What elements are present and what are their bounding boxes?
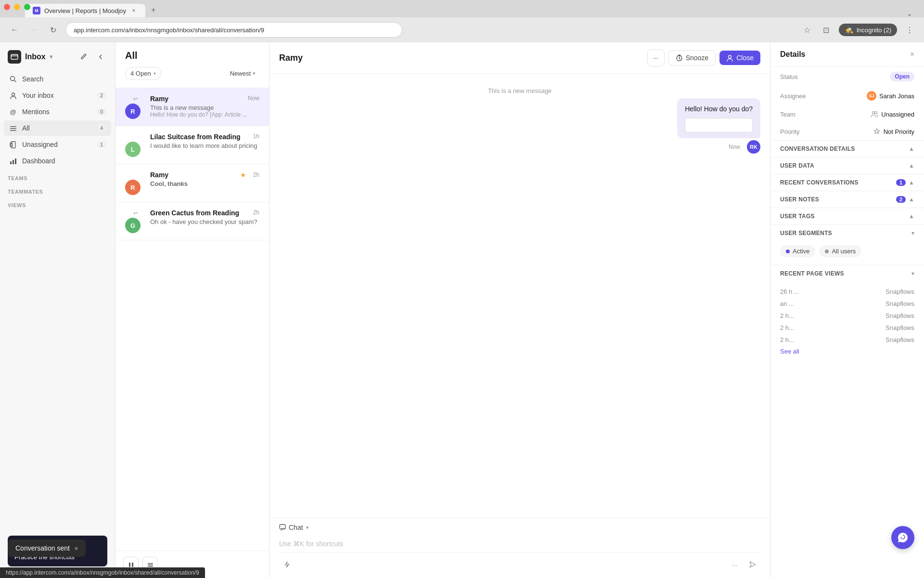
section-user-data-label: USER DATA: [780, 162, 814, 169]
conversation-item-2[interactable]: ↩ L Lilac Suitcase from Reading 1h I wou…: [116, 126, 269, 164]
sidebar-item-unassigned[interactable]: Unassigned 1: [4, 137, 111, 152]
section-recent-page-views[interactable]: RECENT PAGE VIEWS ▾: [770, 265, 924, 282]
page-view-time-2: an ...: [780, 300, 794, 307]
close-conversation-button[interactable]: Close: [719, 51, 760, 65]
back-button[interactable]: ←: [8, 23, 21, 37]
user-segments-chevron: ▾: [911, 230, 914, 236]
sidebar-unassigned-label: Unassigned: [22, 141, 92, 148]
new-tab-button[interactable]: +: [145, 3, 161, 17]
svg-point-17: [729, 55, 732, 58]
collapse-sidebar-button[interactable]: [94, 50, 107, 64]
sort-button[interactable]: Newest ▾: [226, 67, 259, 79]
conv-time-2: 1h: [253, 133, 259, 140]
conversation-item-4[interactable]: ↩ G Green Cactus from Reading 2h Oh ok -…: [116, 202, 269, 240]
svg-rect-10: [15, 158, 16, 164]
assignee-value: SJ Sarah Jonas: [867, 91, 914, 101]
bubble-input-field[interactable]: [685, 118, 753, 132]
priority-row: Priority Not Priority: [770, 123, 924, 140]
chat-placeholder[interactable]: Use ⌘K for shortcuts: [279, 538, 760, 550]
teams-section-header: TEAMS: [0, 170, 115, 183]
bookmark-icon[interactable]: ☆: [800, 23, 814, 37]
svg-rect-18: [280, 525, 285, 529]
extensions-icon[interactable]: ⊡: [820, 23, 833, 37]
sidebar-search-label: Search: [22, 75, 106, 83]
incognito-badge[interactable]: 🕵 Incognito (2): [839, 24, 897, 36]
section-recent-convs-label: RECENT CONVERSATIONS: [780, 179, 858, 186]
lightning-bolt-button[interactable]: [279, 557, 295, 572]
avatar-3: R: [125, 180, 141, 195]
open-filter-label: 4 Open: [130, 70, 151, 77]
floating-support-button[interactable]: [891, 526, 914, 549]
segment-tag-active[interactable]: Active: [780, 245, 815, 257]
sidebar-item-search[interactable]: Search: [4, 71, 111, 87]
sidebar-item-your-inbox[interactable]: Your inbox 2: [4, 88, 111, 103]
conversations-list: ↩ R Ramy Now This is a new message Hello…: [116, 88, 269, 551]
dashboard-icon: [9, 157, 17, 165]
conv-time-3: 2h: [253, 171, 259, 178]
team-label: Team: [780, 111, 796, 118]
sidebar-item-all[interactable]: All 4: [4, 120, 111, 136]
compose-button[interactable]: [77, 50, 90, 64]
chat-right-tools: ···: [727, 557, 760, 572]
section-user-segments[interactable]: USER SEGMENTS ▾: [770, 224, 924, 241]
team-value: Unassigned: [871, 110, 914, 118]
traffic-light-yellow[interactable]: [14, 4, 20, 10]
bubble-text: Hello! How do you do?: [685, 104, 753, 114]
avatar-1: R: [125, 104, 141, 119]
address-bar[interactable]: app.intercom.com/a/inbox/nnsgmgob/inbox/…: [65, 22, 402, 38]
open-filter-button[interactable]: 4 Open ▾: [125, 67, 161, 80]
page-view-5: 2 h... Snapflows: [780, 334, 914, 346]
toast-close-button[interactable]: ×: [75, 545, 78, 552]
conversation-item-3[interactable]: ↩ R Ramy ★ 2h Cool, thanks: [116, 164, 269, 202]
priority-label: Priority: [780, 128, 799, 135]
conv-preview-3: Cool, thanks: [150, 180, 259, 187]
snooze-button[interactable]: Snooze: [668, 50, 716, 66]
more-options-button[interactable]: ···: [647, 49, 665, 66]
sidebar-logo[interactable]: Inbox ▾: [8, 50, 52, 64]
more-chat-options-button[interactable]: ···: [727, 557, 742, 572]
browser-tab-active[interactable]: M Overview | Reports | Moodjoy ×: [25, 4, 145, 17]
sort-label: Newest: [230, 70, 251, 77]
see-all-button[interactable]: See all: [780, 346, 914, 357]
refresh-button[interactable]: ↻: [46, 23, 60, 37]
svg-rect-14: [148, 565, 153, 565]
sidebar: Inbox ▾ Search: [0, 42, 116, 578]
sidebar-item-dashboard[interactable]: Dashboard: [4, 153, 111, 169]
section-conv-details[interactable]: CONVERSATION DETAILS ▲: [770, 140, 924, 157]
traffic-light-red[interactable]: [4, 4, 10, 10]
incognito-label: Incognito (2): [857, 26, 891, 34]
conv-preview-sub-1: Hello! How do you do? [App: Article ...: [150, 111, 259, 118]
message-bubble: Hello! How do you do?: [677, 98, 760, 138]
browser-menu-icon[interactable]: ⋮: [903, 23, 916, 37]
svg-point-2: [12, 93, 14, 96]
section-user-notes-label: USER NOTES: [780, 196, 819, 203]
svg-rect-0: [11, 54, 18, 59]
sidebar-item-mentions[interactable]: @ Mentions 0: [4, 104, 111, 119]
assignee-avatar: SJ: [867, 91, 876, 101]
section-user-notes[interactable]: USER NOTES 2 ▲: [770, 191, 924, 208]
section-recent-convs[interactable]: RECENT CONVERSATIONS 1 ▲: [770, 174, 924, 191]
views-section-header: VIEWS: [0, 197, 115, 210]
conversation-item-1[interactable]: ↩ R Ramy Now This is a new message Hello…: [116, 88, 269, 126]
tab-close-button[interactable]: ×: [130, 7, 138, 14]
recent-page-views-chevron: ▾: [911, 270, 914, 277]
reply-icon-4: ↩: [133, 210, 138, 216]
sidebar-logo-chevron[interactable]: ▾: [50, 53, 52, 60]
browser-menu-expand[interactable]: ⌄: [907, 10, 918, 17]
conversations-panel: All 4 Open ▾ Newest ▾ ↩ R: [116, 42, 270, 578]
send-button[interactable]: [745, 557, 760, 572]
your-inbox-badge: 2: [97, 92, 106, 99]
section-user-tags[interactable]: USER TAGS ▲: [770, 208, 924, 224]
segment-tag-all-users[interactable]: All users: [819, 245, 861, 257]
page-view-site-1: Snapflows: [886, 288, 914, 295]
conversations-header: All 4 Open ▾ Newest ▾: [116, 42, 269, 88]
main-actions: ··· Snooze Close: [647, 49, 760, 66]
details-close-button[interactable]: ×: [910, 50, 914, 59]
conv-time-4: 2h: [253, 209, 259, 216]
conv-sender-4: Green Cactus from Reading: [150, 209, 239, 217]
section-user-data[interactable]: USER DATA ▲: [770, 157, 924, 174]
traffic-light-green[interactable]: [24, 4, 30, 10]
sidebar-your-inbox-label: Your inbox: [22, 92, 92, 99]
chat-mode-selector[interactable]: Chat ▾: [279, 524, 760, 531]
forward-button[interactable]: →: [27, 23, 40, 37]
